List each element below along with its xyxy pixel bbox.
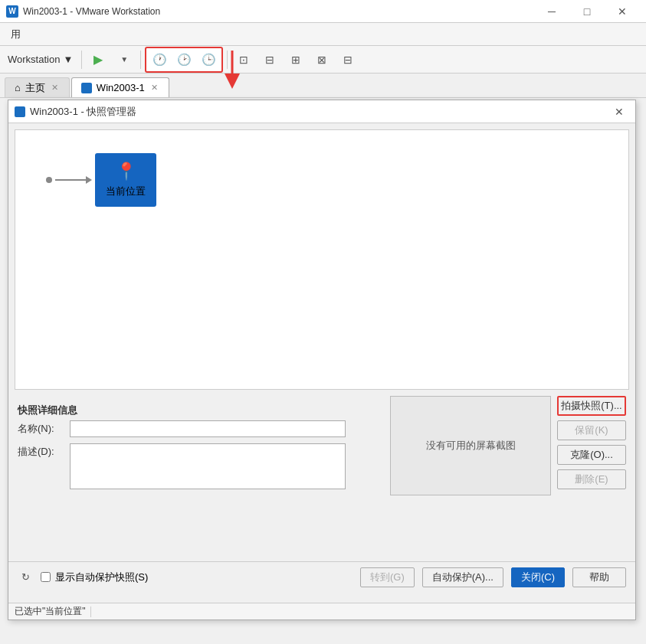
tab-bar: ⌂ 主页 ✕ Win2003-1 ✕	[0, 74, 646, 98]
view-btn-2[interactable]: ⊟	[257, 49, 282, 70]
manage-snapshot-toolbar-button[interactable]: 🕒	[196, 49, 221, 70]
tab-vm[interactable]: Win2003-1 ✕	[71, 77, 169, 97]
tab-home-close[interactable]: ✕	[50, 82, 60, 93]
take-snapshot-button[interactable]: 拍摄快照(T)...	[557, 396, 626, 416]
connector-line	[46, 176, 95, 184]
dialog-close-button[interactable]: ✕	[609, 102, 629, 122]
keep-button: 保留(K)	[557, 420, 626, 440]
action-buttons: 拍摄快照(T)... 保留(K) 克隆(O)... 删除(E)	[557, 396, 626, 495]
current-position-icon: 📍	[116, 162, 136, 181]
help-button[interactable]: 帮助	[572, 567, 626, 587]
toolbar: Workstation ▼ ▶ ▼ 🕐 🕑 🕒 ⊡ ⊟ ⊞ ⊠ ⊟	[0, 46, 646, 74]
screenshot-placeholder: 没有可用的屏幕截图	[390, 396, 551, 495]
auto-protect-button[interactable]: 自动保护(A)...	[422, 567, 503, 587]
title-bar: W Win2003-1 - VMware Workstation ─ □ ✕	[0, 0, 646, 23]
autosave-label: 显示自动保护快照(S)	[55, 570, 148, 584]
tab-vm-close[interactable]: ✕	[149, 82, 159, 93]
current-position-label: 当前位置	[106, 185, 146, 198]
toolbar-separator-2	[140, 51, 141, 69]
autosave-checkbox-row: 显示自动保护快照(S)	[41, 570, 148, 584]
revert-snapshot-toolbar-button[interactable]: 🕑	[172, 49, 196, 70]
current-position-node[interactable]: 📍 当前位置	[95, 153, 156, 207]
snapshot-toolbar-group: 🕐 🕑 🕒	[145, 47, 223, 73]
delete-button: 删除(E)	[557, 469, 626, 489]
window-close-button[interactable]: ✕	[605, 0, 640, 23]
clone-button[interactable]: 克隆(O)...	[557, 445, 626, 465]
dialog-title-bar: Win2003-1 - 快照管理器 ✕	[8, 100, 635, 123]
connector	[55, 179, 86, 181]
menu-bar: 用	[0, 23, 646, 46]
workstation-dropdown-icon: ▼	[63, 54, 73, 65]
tab-home[interactable]: ⌂ 主页 ✕	[5, 77, 70, 97]
app-icon: W	[6, 5, 18, 18]
workstation-label: Workstation	[8, 54, 60, 65]
window-controls: ─ □ ✕	[534, 0, 640, 23]
tab-home-label: 主页	[25, 81, 45, 95]
home-tab-icon: ⌂	[15, 82, 21, 93]
right-panel: 没有可用的屏幕截图 拍摄快照(T)... 保留(K) 克隆(O)... 删除(E…	[390, 396, 626, 495]
name-label: 名称(N):	[18, 420, 64, 436]
refresh-icon: ↻	[21, 571, 30, 583]
goto-button: 转到(G)	[360, 567, 415, 587]
workstation-menu[interactable]: Workstation ▼	[3, 51, 77, 67]
view-btn-1[interactable]: ⊡	[231, 49, 256, 70]
status-divider	[90, 606, 91, 617]
status-text: 已选中"当前位置"	[15, 605, 86, 618]
toolbar-separator-1	[81, 51, 82, 69]
dialog-status-bar: 已选中"当前位置"	[8, 603, 635, 619]
menu-item-yong[interactable]: 用	[3, 25, 28, 44]
view-btn-3[interactable]: ⊞	[284, 49, 308, 70]
desc-label: 描述(D):	[18, 443, 64, 459]
line-dot	[46, 177, 52, 183]
detail-container: 快照详细信息 名称(N): 描述(D): 没有可用的屏幕截图 拍摄快照(T)..…	[8, 396, 635, 518]
view-btn-5[interactable]: ⊟	[336, 49, 360, 70]
snapshot-node-area: 📍 当前位置	[46, 153, 156, 207]
snapshot-tree-area: 📍 当前位置	[15, 129, 629, 390]
view-btn-4[interactable]: ⊠	[310, 49, 334, 70]
window-title: Win2003-1 - VMware Workstation	[23, 6, 534, 17]
arrow-right	[86, 176, 92, 184]
vm-tab-icon	[81, 83, 92, 93]
refresh-button[interactable]: ↻	[18, 570, 33, 585]
toolbar-separator-3	[227, 51, 228, 69]
tab-vm-label: Win2003-1	[97, 82, 145, 93]
snapshot-manager-dialog: Win2003-1 - 快照管理器 ✕ 📍 当前位置 快照详细信息 名称(N):	[8, 100, 636, 620]
autosave-checkbox[interactable]	[41, 572, 51, 582]
minimize-button[interactable]: ─	[534, 0, 569, 23]
dialog-title: Win2003-1 - 快照管理器	[30, 105, 609, 119]
desc-textarea[interactable]	[70, 443, 346, 489]
name-input[interactable]	[70, 420, 346, 437]
take-snapshot-toolbar-button[interactable]: 🕐	[147, 49, 172, 70]
close-dialog-button[interactable]: 关闭(C)	[511, 567, 565, 587]
dialog-icon	[15, 106, 25, 117]
no-screenshot-text: 没有可用的屏幕截图	[426, 439, 516, 453]
play-button[interactable]: ▶	[86, 49, 110, 70]
bottom-controls: ↻ 显示自动保护快照(S) 转到(G) 自动保护(A)... 关闭(C) 帮助	[8, 561, 635, 592]
play-dropdown-button[interactable]: ▼	[112, 49, 136, 70]
maximize-button[interactable]: □	[569, 0, 605, 23]
